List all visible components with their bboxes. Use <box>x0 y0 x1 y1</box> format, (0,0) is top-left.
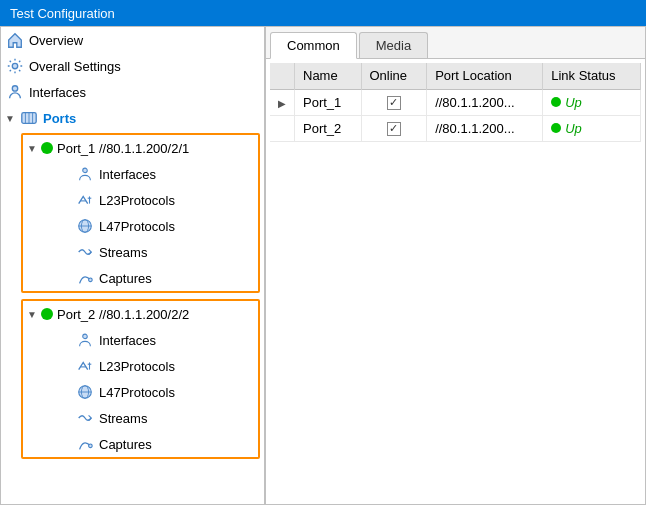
right-panel: Common Media Name Online Port Location L… <box>266 27 645 504</box>
port1-children: Interfaces L23Protocols <box>23 161 258 291</box>
overall-settings-label: Overall Settings <box>29 59 121 74</box>
port1-interfaces-item[interactable]: Interfaces <box>23 161 258 187</box>
table-row[interactable]: Port_2 ✓ //80.1.1.200... Up <box>270 115 641 141</box>
port2-status-dot <box>41 308 53 320</box>
port1-l47-label: L47Protocols <box>99 219 175 234</box>
port1-group: ▼ Port_1 //80.1.1.200/2/1 Interfaces <box>21 133 260 293</box>
sidebar-item-overview[interactable]: Overview <box>1 27 264 53</box>
title-bar: Test Configuration <box>0 0 646 26</box>
tab-media[interactable]: Media <box>359 32 428 58</box>
col-port-location: Port Location <box>427 63 543 89</box>
port1-expand-icon: ▼ <box>27 143 39 154</box>
row2-expand-cell[interactable] <box>270 115 295 141</box>
interfaces-top-icon <box>5 82 25 102</box>
port1-header[interactable]: ▼ Port_1 //80.1.1.200/2/1 <box>23 135 258 161</box>
port2-captures-label: Captures <box>99 437 152 452</box>
port1-captures-icon <box>75 268 95 288</box>
ports-expand-icon: ▼ <box>5 113 17 124</box>
tab-common[interactable]: Common <box>270 32 357 59</box>
port2-interfaces-item[interactable]: Interfaces <box>23 327 258 353</box>
port2-label: Port_2 //80.1.1.200/2/2 <box>57 307 189 322</box>
port1-l23-item[interactable]: L23Protocols <box>23 187 258 213</box>
row1-status-label: Up <box>565 95 582 110</box>
port1-label: Port_1 //80.1.1.200/2/1 <box>57 141 189 156</box>
gear-icon <box>5 56 25 76</box>
port2-l47-icon <box>75 382 95 402</box>
port1-interfaces-icon <box>75 164 95 184</box>
row2-online-cell[interactable]: ✓ <box>361 115 427 141</box>
port2-children: Interfaces L23Protocols <box>23 327 258 457</box>
main-container: Overview Overall Settings Interfaces <box>0 26 646 505</box>
row2-link-status-cell: Up <box>543 115 641 141</box>
port2-l47-label: L47Protocols <box>99 385 175 400</box>
row2-name: Port_2 <box>295 115 362 141</box>
port2-interfaces-label: Interfaces <box>99 333 156 348</box>
port1-interfaces-label: Interfaces <box>99 167 156 182</box>
port2-l23-label: L23Protocols <box>99 359 175 374</box>
port2-group: ▼ Port_2 //80.1.1.200/2/2 Interfaces <box>21 299 260 459</box>
port1-streams-icon <box>75 242 95 262</box>
col-expand <box>270 63 295 89</box>
port2-captures-item[interactable]: Captures <box>23 431 258 457</box>
port1-l47-icon <box>75 216 95 236</box>
left-panel: Overview Overall Settings Interfaces <box>1 27 266 504</box>
port2-streams-icon <box>75 408 95 428</box>
row2-status-label: Up <box>565 121 582 136</box>
port1-streams-label: Streams <box>99 245 147 260</box>
port1-status-dot <box>41 142 53 154</box>
svg-point-0 <box>12 63 17 68</box>
col-link-status: Link Status <box>543 63 641 89</box>
col-name: Name <box>295 63 362 89</box>
port1-l47-item[interactable]: L47Protocols <box>23 213 258 239</box>
port1-captures-item[interactable]: Captures <box>23 265 258 291</box>
port2-captures-icon <box>75 434 95 454</box>
row2-status-dot <box>551 123 561 133</box>
sidebar-item-ports[interactable]: ▼ Ports <box>1 105 264 131</box>
port2-header[interactable]: ▼ Port_2 //80.1.1.200/2/2 <box>23 301 258 327</box>
title-bar-label: Test Configuration <box>10 6 115 21</box>
house-icon <box>5 30 25 50</box>
row2-online-checkbox[interactable]: ✓ <box>387 122 401 136</box>
port2-l47-item[interactable]: L47Protocols <box>23 379 258 405</box>
port2-l23-item[interactable]: L23Protocols <box>23 353 258 379</box>
port1-streams-item[interactable]: Streams <box>23 239 258 265</box>
port2-expand-icon: ▼ <box>27 309 39 320</box>
port1-captures-label: Captures <box>99 271 152 286</box>
port2-streams-item[interactable]: Streams <box>23 405 258 431</box>
table-row[interactable]: ▶ Port_1 ✓ //80.1.1.200... Up <box>270 89 641 115</box>
overview-label: Overview <box>29 33 83 48</box>
svg-point-14 <box>83 334 88 339</box>
tabs-bar: Common Media <box>266 27 645 59</box>
row1-online-checkbox[interactable]: ✓ <box>387 96 401 110</box>
row1-online-cell[interactable]: ✓ <box>361 89 427 115</box>
port2-streams-label: Streams <box>99 411 147 426</box>
svg-point-6 <box>83 168 88 173</box>
sidebar-item-overall-settings[interactable]: Overall Settings <box>1 53 264 79</box>
table-container: Name Online Port Location Link Status ▶ … <box>266 59 645 146</box>
row2-status: Up <box>551 121 632 136</box>
row1-status: Up <box>551 95 632 110</box>
row1-link-status-cell: Up <box>543 89 641 115</box>
ports-table: Name Online Port Location Link Status ▶ … <box>270 63 641 142</box>
sidebar-item-interfaces-top[interactable]: Interfaces <box>1 79 264 105</box>
svg-point-13 <box>89 278 93 282</box>
interfaces-top-label: Interfaces <box>29 85 86 100</box>
svg-point-21 <box>89 444 93 448</box>
row1-expand-cell[interactable]: ▶ <box>270 89 295 115</box>
port2-interfaces-icon <box>75 330 95 350</box>
row2-port-location: //80.1.1.200... <box>427 115 543 141</box>
ports-label: Ports <box>43 111 76 126</box>
port2-l23-icon <box>75 356 95 376</box>
svg-point-1 <box>12 86 17 91</box>
row1-expand-icon: ▶ <box>278 98 286 109</box>
port1-l23-label: L23Protocols <box>99 193 175 208</box>
table-header-row: Name Online Port Location Link Status <box>270 63 641 89</box>
col-online: Online <box>361 63 427 89</box>
ports-icon <box>19 108 39 128</box>
row1-status-dot <box>551 97 561 107</box>
row1-name: Port_1 <box>295 89 362 115</box>
port1-l23-icon <box>75 190 95 210</box>
row1-port-location: //80.1.1.200... <box>427 89 543 115</box>
